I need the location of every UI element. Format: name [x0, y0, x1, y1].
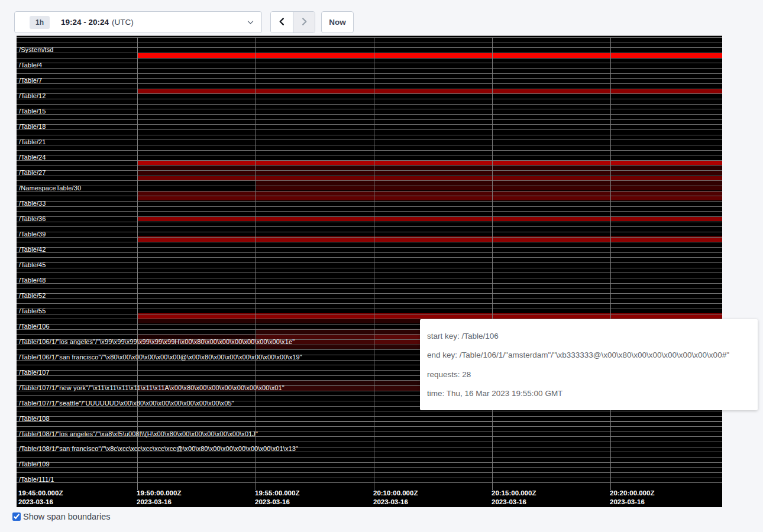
tooltip-requests: requests: 28: [427, 370, 751, 379]
heat-band: [137, 170, 722, 176]
row-label: /Table/42: [19, 246, 46, 252]
heat-band: [256, 180, 722, 186]
row-label: /NamespaceTable/30: [19, 185, 81, 191]
prev-range-button[interactable]: [271, 12, 293, 33]
row-gridlines: [17, 37, 722, 488]
show-span-boundaries-control[interactable]: Show span boundaries: [12, 512, 111, 521]
row-label: /Table/36: [19, 216, 46, 222]
heat-band: [137, 216, 722, 222]
heat-band: [256, 334, 374, 339]
row-label: /Table/33: [19, 200, 46, 206]
row-label: /System/tsd: [19, 47, 54, 53]
row-label: /Table/45: [19, 262, 46, 268]
row-label: /Table/107/1/"new york"/"\x11\x11\x11\x1…: [19, 385, 284, 391]
key-visualizer-canvas[interactable]: /System/tsd/Table/4/Table/7/Table/12/Tab…: [17, 35, 722, 507]
x-axis-label: 19:45:00.000Z2023-03-16: [18, 489, 63, 507]
x-axis-label: 19:55:00.000Z2023-03-16: [255, 489, 299, 507]
time-range-nav: [270, 11, 315, 33]
row-label: /Table/106: [19, 323, 50, 329]
time-gridline: [492, 37, 493, 490]
heat-band: [137, 334, 256, 339]
row-label: /Table/4: [19, 62, 42, 68]
heat-band: [137, 191, 722, 196]
heat-band: [137, 339, 374, 344]
row-label: /Table/108/1/"los angeles"/"\xa8\xf5\u00…: [19, 431, 258, 437]
heat-band: [137, 176, 722, 181]
show-span-boundaries-checkbox[interactable]: [12, 512, 21, 521]
heat-band: [137, 313, 722, 319]
heat-band: [137, 89, 722, 94]
row-label: /Table/18: [19, 124, 46, 129]
row-label: /Table/27: [19, 170, 46, 176]
row-label: /Table/24: [19, 154, 46, 160]
chevron-right-icon: [300, 17, 309, 28]
time-range-label: 19:24 - 20:24: [61, 18, 109, 27]
x-axis-label: 20:20:00.000Z2023-03-16: [610, 489, 654, 507]
row-label: /Table/48: [19, 277, 46, 283]
next-range-button[interactable]: [293, 12, 315, 33]
time-gridline: [374, 37, 374, 490]
time-gridline: [137, 37, 138, 490]
row-label: /Table/15: [19, 108, 46, 114]
row-label: /Table/39: [19, 231, 46, 237]
heat-band: [137, 236, 722, 242]
heat-band: [137, 165, 722, 170]
show-span-boundaries-label: Show span boundaries: [23, 512, 111, 521]
row-label: /Table/109: [19, 461, 50, 467]
row-label: /Table/106/1/"los angeles"/"\x99\x99\x99…: [19, 339, 295, 345]
heat-band: [137, 160, 722, 166]
heat-band: [137, 196, 722, 200]
heat-band: [137, 53, 722, 59]
row-label: /Table/7: [19, 77, 42, 83]
heat-band: [256, 186, 722, 191]
tooltip-start-key: start key: /Table/106: [427, 332, 751, 340]
row-label: /Table/21: [19, 139, 46, 145]
row-label: /Table/107/1/"seattle"/"UUUUUUD\x00\x80\…: [19, 400, 234, 406]
x-axis-label: 20:10:00.000Z2023-03-16: [373, 489, 418, 507]
row-label: /Table/111/1: [19, 476, 54, 482]
chevron-left-icon: [277, 17, 286, 28]
row-label: /Table/107: [19, 369, 50, 375]
row-label: /Table/108/1/"san francisco"/"\x8c\xcc\x…: [19, 446, 298, 452]
heat-band: [137, 385, 256, 391]
row-label: /Table/52: [19, 293, 46, 299]
row-label: /Table/55: [19, 308, 46, 314]
row-label: /Table/106/1/"san francisco"/"\x80\x00\x…: [19, 354, 302, 360]
tooltip-end-key: end key: /Table/106/1/"amsterdam"/"\xb33…: [427, 351, 751, 359]
time-gridline: [256, 37, 256, 490]
chevron-down-icon: [247, 18, 254, 26]
time-range-dropdown[interactable]: 1h 19:24 - 20:24 (UTC): [14, 11, 262, 33]
range-duration-badge: 1h: [30, 16, 50, 29]
now-button[interactable]: Now: [321, 11, 354, 33]
x-axis-label: 20:15:00.000Z2023-03-16: [492, 489, 536, 507]
time-gridline: [610, 37, 611, 490]
span-tooltip: start key: /Table/106 end key: /Table/10…: [420, 319, 758, 410]
time-range-timezone: (UTC): [112, 18, 134, 27]
row-label: /Table/12: [19, 93, 46, 99]
x-axis-label: 19:50:00.000Z2023-03-16: [137, 489, 181, 507]
tooltip-time: time: Thu, 16 Mar 2023 19:55:00 GMT: [427, 389, 751, 398]
row-label: /Table/108: [19, 416, 50, 421]
